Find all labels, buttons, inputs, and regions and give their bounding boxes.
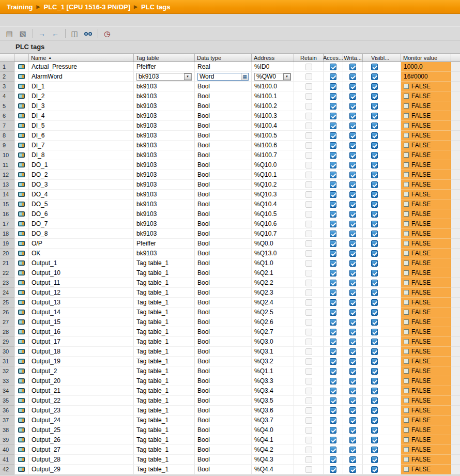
cell-data-type[interactable]: Bool xyxy=(195,180,252,190)
cell-name[interactable]: DO_7 xyxy=(29,219,134,229)
cell-data-type[interactable]: Bool xyxy=(195,308,252,317)
accessible-checkbox[interactable] xyxy=(330,152,336,159)
writable-checkbox[interactable] xyxy=(349,201,356,208)
accessible-checkbox[interactable] xyxy=(330,93,336,100)
cell-name[interactable]: DI_6 xyxy=(29,131,134,141)
writable-checkbox[interactable] xyxy=(349,162,356,168)
visible-checkbox[interactable] xyxy=(371,378,378,385)
dropdown-arrow-icon[interactable]: ▼ xyxy=(184,73,191,80)
tag-table-combo[interactable]: bk9103▼ xyxy=(136,73,192,81)
writable-checkbox[interactable] xyxy=(349,83,356,90)
cell-tag-table[interactable]: Tag table_1 xyxy=(134,298,195,308)
cell-name[interactable]: DI_4 xyxy=(29,111,134,121)
cell-tag-table[interactable]: bk9103 xyxy=(134,150,195,160)
cell-data-type[interactable]: Bool xyxy=(195,337,252,347)
writable-checkbox[interactable] xyxy=(349,132,356,139)
row-number[interactable]: 34 xyxy=(0,386,14,396)
cell-tag-table[interactable]: bk9103 xyxy=(134,141,195,150)
accessible-checkbox[interactable] xyxy=(330,64,336,70)
row-number[interactable]: 7 xyxy=(0,121,14,131)
retain-checkbox[interactable] xyxy=(305,378,312,385)
cell-name[interactable]: Output_28 xyxy=(29,455,134,465)
cell-name[interactable]: Output_21 xyxy=(29,386,134,396)
cell-tag-table[interactable]: Pfeiffer xyxy=(134,62,195,72)
cell-address[interactable]: %Q3.4 xyxy=(252,386,294,396)
retain-checkbox[interactable] xyxy=(305,397,312,404)
visible-checkbox[interactable] xyxy=(371,113,378,119)
accessible-checkbox[interactable] xyxy=(330,339,336,345)
row-number[interactable]: 2 xyxy=(0,72,14,82)
retain-checkbox[interactable] xyxy=(305,417,312,424)
cell-name[interactable]: Output_2 xyxy=(29,366,134,376)
cell-address[interactable]: %Q2.1 xyxy=(252,268,294,278)
cell-data-type[interactable]: Bool xyxy=(195,406,252,416)
accessible-checkbox[interactable] xyxy=(330,447,336,453)
accessible-checkbox[interactable] xyxy=(330,231,336,237)
row-number[interactable]: 10 xyxy=(0,150,14,160)
row-number[interactable]: 14 xyxy=(0,190,14,199)
cell-tag-table[interactable]: Tag table_1 xyxy=(134,327,195,337)
writable-checkbox[interactable] xyxy=(349,388,356,394)
cell-tag-table[interactable]: Tag table_1 xyxy=(134,465,195,474)
cell-tag-table[interactable]: Tag table_1 xyxy=(134,406,195,416)
writable-checkbox[interactable] xyxy=(349,329,356,335)
writable-checkbox[interactable] xyxy=(349,417,356,424)
visible-checkbox[interactable] xyxy=(371,142,378,149)
export-icon[interactable]: → xyxy=(36,28,48,39)
row-number[interactable]: 21 xyxy=(0,258,14,268)
retain-checkbox[interactable] xyxy=(305,329,312,335)
writable-checkbox[interactable] xyxy=(349,339,356,345)
column-header-data-type[interactable]: Data type xyxy=(195,54,252,62)
cell-address[interactable]: %Q4.1 xyxy=(252,435,294,445)
cell-name[interactable]: Output_17 xyxy=(29,337,134,347)
accessible-checkbox[interactable] xyxy=(330,407,336,414)
accessible-checkbox[interactable] xyxy=(330,378,336,385)
retain-checkbox[interactable] xyxy=(305,299,312,306)
visible-checkbox[interactable] xyxy=(371,201,378,208)
writable-checkbox[interactable] xyxy=(349,358,356,365)
value-browse-icon[interactable]: ▦ xyxy=(241,73,248,80)
row-number[interactable]: 18 xyxy=(0,229,14,239)
accessible-checkbox[interactable] xyxy=(330,397,336,404)
cell-address[interactable]: %Q3.1 xyxy=(252,347,294,357)
add-row-icon[interactable]: ▧ xyxy=(17,28,29,39)
retain-checkbox[interactable] xyxy=(305,162,312,168)
cell-tag-table[interactable]: Pfeiffer xyxy=(134,239,195,249)
accessible-checkbox[interactable] xyxy=(330,388,336,394)
visible-checkbox[interactable] xyxy=(371,348,378,355)
retain-checkbox[interactable] xyxy=(305,270,312,277)
cell-tag-table[interactable]: bk9103 xyxy=(134,209,195,219)
cell-name[interactable]: Output_13 xyxy=(29,298,134,308)
cell-data-type[interactable]: Bool xyxy=(195,229,252,239)
writable-checkbox[interactable] xyxy=(349,231,356,237)
retain-checkbox[interactable] xyxy=(305,93,312,100)
accessible-checkbox[interactable] xyxy=(330,280,336,286)
writable-checkbox[interactable] xyxy=(349,289,356,296)
retain-checkbox[interactable] xyxy=(305,339,312,345)
row-number[interactable]: 26 xyxy=(0,308,14,317)
accessible-checkbox[interactable] xyxy=(330,191,336,198)
cell-name[interactable]: Output_14 xyxy=(29,308,134,317)
cell-data-type[interactable]: Bool xyxy=(195,131,252,141)
row-number[interactable]: 40 xyxy=(0,445,14,455)
accessible-checkbox[interactable] xyxy=(330,270,336,277)
accessible-checkbox[interactable] xyxy=(330,329,336,335)
row-number[interactable]: 29 xyxy=(0,337,14,347)
retain-checkbox[interactable] xyxy=(305,152,312,159)
cell-address[interactable]: %Q3.6 xyxy=(252,406,294,416)
cell-name[interactable]: OK xyxy=(29,249,134,258)
cell-address[interactable]: %I100.7 xyxy=(252,150,294,160)
writable-checkbox[interactable] xyxy=(349,309,356,316)
accessible-checkbox[interactable] xyxy=(330,201,336,208)
writable-checkbox[interactable] xyxy=(349,427,356,434)
row-number[interactable]: 15 xyxy=(0,199,14,209)
cell-name[interactable]: DI_8 xyxy=(29,150,134,160)
writable-checkbox[interactable] xyxy=(349,407,356,414)
column-header-retain[interactable]: Retain xyxy=(294,54,324,62)
cell-data-type[interactable]: Bool xyxy=(195,386,252,396)
row-number[interactable]: 11 xyxy=(0,160,14,170)
cell-tag-table[interactable]: bk9103 xyxy=(134,190,195,199)
visible-checkbox[interactable] xyxy=(371,289,378,296)
cell-name[interactable]: Output_23 xyxy=(29,406,134,416)
cell-address[interactable]: %Q2.4 xyxy=(252,298,294,308)
